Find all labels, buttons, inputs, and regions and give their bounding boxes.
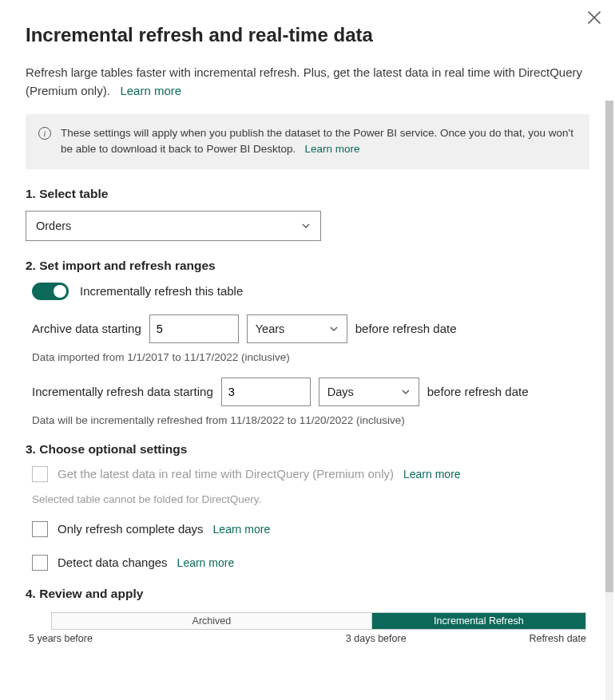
section-optional: 3. Choose optional settings Get the late… xyxy=(26,442,589,571)
timeline-tick-left: 5 years before xyxy=(29,633,93,644)
archive-hint: Data imported from 1/1/2017 to 11/17/202… xyxy=(26,351,589,363)
chevron-down-icon xyxy=(301,221,311,231)
directquery-hint: Selected table cannot be folded for Dire… xyxy=(26,493,589,505)
directquery-label: Get the latest data in real time with Di… xyxy=(58,467,394,481)
complete-days-checkbox[interactable] xyxy=(32,521,48,537)
close-button[interactable] xyxy=(586,10,602,26)
table-select-value: Orders xyxy=(36,219,71,232)
section-ranges: 2. Set import and refresh ranges Increme… xyxy=(26,259,589,426)
detect-changes-label: Detect data changes xyxy=(58,556,168,569)
scrollbar-thumb[interactable] xyxy=(605,101,613,592)
info-banner: i These settings will apply when you pub… xyxy=(26,114,589,169)
detect-changes-learn-more-link[interactable]: Learn more xyxy=(177,556,235,569)
archive-unit-value: Years xyxy=(256,322,285,335)
incremental-toggle[interactable] xyxy=(32,283,69,300)
dialog-title: Incremental refresh and real-time data xyxy=(26,24,589,46)
refresh-suffix: before refresh date xyxy=(427,385,529,398)
complete-days-learn-more-link[interactable]: Learn more xyxy=(213,523,271,536)
chevron-down-icon xyxy=(401,387,411,397)
refresh-value-input[interactable] xyxy=(221,378,311,406)
close-icon xyxy=(586,10,602,26)
timeline: Archived Incremental Refresh 5 years bef… xyxy=(26,612,589,647)
info-icon: i xyxy=(38,127,51,140)
complete-days-label: Only refresh complete days xyxy=(58,522,204,536)
table-select[interactable]: Orders xyxy=(26,211,321,241)
archive-value-input[interactable] xyxy=(149,314,239,343)
info-banner-text: These settings will apply when you publi… xyxy=(61,125,577,158)
section1-heading: 1. Select table xyxy=(26,187,589,201)
refresh-unit-value: Days xyxy=(327,386,354,398)
chevron-down-icon xyxy=(329,324,339,334)
timeline-tick-mid: 3 days before xyxy=(346,633,407,644)
refresh-hint: Data will be incrementally refreshed fro… xyxy=(26,414,589,426)
section4-heading: 4. Review and apply xyxy=(26,587,589,601)
timeline-archived-bar: Archived xyxy=(52,613,372,629)
archive-label: Archive data starting xyxy=(32,322,141,335)
section-select-table: 1. Select table Orders xyxy=(26,187,589,241)
incremental-toggle-label: Incrementally refresh this table xyxy=(80,284,243,298)
archive-suffix: before refresh date xyxy=(355,322,457,335)
refresh-unit-select[interactable]: Days xyxy=(319,378,419,406)
section-review: 4. Review and apply Archived Incremental… xyxy=(26,587,589,647)
detect-changes-checkbox[interactable] xyxy=(32,555,48,571)
section2-heading: 2. Set import and refresh ranges xyxy=(26,259,589,273)
scrollbar[interactable] xyxy=(605,101,613,700)
dialog-description: Refresh large tables faster with increme… xyxy=(26,64,589,100)
description-text: Refresh large tables faster with increme… xyxy=(26,65,582,97)
banner-learn-more-link[interactable]: Learn more xyxy=(304,143,359,155)
directquery-checkbox xyxy=(32,466,48,482)
timeline-tick-right: Refresh date xyxy=(529,633,586,644)
section3-heading: 3. Choose optional settings xyxy=(26,442,589,457)
description-learn-more-link[interactable]: Learn more xyxy=(120,84,181,97)
refresh-label: Incrementally refresh data starting xyxy=(32,385,213,398)
timeline-refresh-bar: Incremental Refresh xyxy=(372,613,585,629)
archive-unit-select[interactable]: Years xyxy=(247,314,347,343)
toggle-knob xyxy=(54,285,66,298)
directquery-learn-more-link[interactable]: Learn more xyxy=(403,468,461,481)
